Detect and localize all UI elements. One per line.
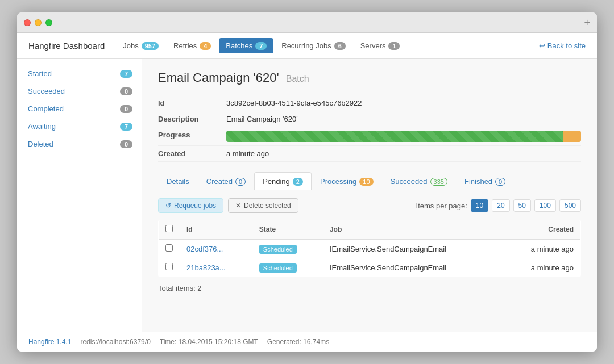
- app-window: + Hangfire Dashboard Jobs957Retries4Batc…: [17, 12, 597, 352]
- created-label: Created: [158, 149, 226, 158]
- job-name: IEmailService.SendCampaignEmail: [323, 239, 503, 258]
- sidebar-item-awaiting[interactable]: Awaiting 7: [17, 118, 142, 135]
- page-size-20[interactable]: 20: [492, 199, 509, 212]
- id-value: 3c892cef-8b03-4511-9cfa-e545c76b2922: [226, 99, 362, 107]
- tab-finished-badge: 0: [495, 178, 505, 186]
- progress-bar: [226, 131, 581, 142]
- nav-badge-servers: 1: [388, 42, 400, 50]
- description-label: Description: [158, 115, 226, 123]
- job-id-link[interactable]: 02cdf376...: [186, 245, 223, 253]
- progress-label: Progress: [158, 131, 226, 142]
- sidebar-item-label: Completed: [28, 104, 64, 113]
- info-row-progress: Progress: [158, 127, 581, 146]
- tab-finished[interactable]: Finished 0: [456, 172, 514, 190]
- sidebar-item-label: Started: [28, 69, 52, 78]
- select-all-checkbox[interactable]: [165, 225, 173, 232]
- page-size-50[interactable]: 50: [513, 199, 531, 212]
- tab-succeeded[interactable]: Succeeded 335: [382, 172, 456, 190]
- col-header-state: State: [252, 220, 323, 240]
- requeue-icon: ↺: [165, 202, 171, 210]
- page-title-text: Email Campaign '620': [158, 70, 279, 85]
- tab-succeeded-badge: 335: [430, 178, 447, 186]
- sidebar-item-deleted[interactable]: Deleted 0: [17, 135, 142, 153]
- hangfire-version-link[interactable]: Hangfire 1.4.1: [28, 338, 71, 346]
- footer-time: Time: 18.04.2015 15:20:18 GMT: [160, 338, 258, 346]
- description-value: Email Campaign '620': [226, 115, 298, 123]
- titlebar: +: [17, 12, 597, 33]
- maximize-button[interactable]: [45, 19, 52, 26]
- id-label: Id: [158, 99, 226, 107]
- window-controls: [24, 19, 52, 26]
- row-checkbox[interactable]: [165, 244, 173, 252]
- sidebar-badge-started: 7: [120, 70, 132, 78]
- sidebar-badge-completed: 0: [120, 105, 132, 113]
- nav-items: Jobs957Retries4Batches7Recurring Jobs6Se…: [116, 38, 539, 53]
- nav-item-jobs[interactable]: Jobs957: [116, 38, 165, 53]
- sidebar-item-succeeded[interactable]: Succeeded 0: [17, 82, 142, 100]
- sidebar-item-label: Succeeded: [28, 87, 65, 95]
- footer-generated: Generated: 16,74ms: [267, 338, 329, 346]
- job-created: a minute ago: [503, 258, 580, 277]
- tab-processing[interactable]: Processing 10: [312, 172, 382, 190]
- nav-item-batches[interactable]: Batches7: [219, 38, 273, 53]
- tab-details[interactable]: Details: [158, 172, 198, 190]
- requeue-label: Requeue jobs: [174, 202, 216, 210]
- tab-processing-badge: 10: [359, 178, 373, 186]
- info-table: Id 3c892cef-8b03-4511-9cfa-e545c76b2922 …: [158, 95, 581, 162]
- nav-item-servers[interactable]: Servers1: [354, 38, 407, 53]
- nav-badge-recurring: 6: [334, 42, 346, 50]
- sidebar-badge-deleted: 0: [120, 140, 132, 148]
- tab-created-label: Created: [206, 177, 233, 186]
- nav-item-retries[interactable]: Retries4: [167, 38, 218, 53]
- page-title-sub: Batch: [286, 74, 309, 83]
- total-items: Total items: 2: [158, 284, 581, 292]
- sidebar-item-label: Deleted: [28, 140, 53, 148]
- new-tab-button[interactable]: +: [584, 18, 590, 28]
- info-row-id: Id 3c892cef-8b03-4511-9cfa-e545c76b2922: [158, 95, 581, 111]
- state-badge: Scheduled: [259, 245, 297, 254]
- main-layout: Started 7 Succeeded 0 Completed 0 Awaiti…: [17, 59, 597, 332]
- tabs: Details Created 0 Pending 2 Processing 1…: [158, 172, 581, 190]
- tab-created[interactable]: Created 0: [198, 172, 254, 190]
- tab-pending-label: Pending: [263, 177, 290, 186]
- nav-item-label-recurring: Recurring Jobs: [281, 41, 331, 50]
- tab-pending[interactable]: Pending 2: [254, 172, 312, 190]
- requeue-jobs-button[interactable]: ↺ Requeue jobs: [158, 198, 223, 213]
- job-created: a minute ago: [503, 239, 580, 258]
- table-row: 21ba823a... Scheduled IEmailService.Send…: [159, 258, 581, 277]
- job-name: IEmailService.SendCampaignEmail: [323, 258, 503, 277]
- col-header-job: Job: [323, 220, 503, 240]
- state-badge: Scheduled: [259, 263, 297, 273]
- close-button[interactable]: [24, 19, 31, 26]
- row-checkbox[interactable]: [165, 263, 173, 270]
- tab-finished-label: Finished: [464, 177, 492, 186]
- nav-item-label-jobs: Jobs: [123, 41, 138, 50]
- nav-item-label-retries: Retries: [173, 41, 197, 50]
- sidebar-item-started[interactable]: Started 7: [17, 65, 142, 82]
- sidebar-item-label: Awaiting: [28, 122, 56, 131]
- table-row: 02cdf376... Scheduled IEmailService.Send…: [159, 239, 581, 258]
- nav-badge-batches: 7: [255, 42, 267, 50]
- delete-label: Delete selected: [244, 202, 291, 210]
- page-size-10[interactable]: 10: [471, 199, 488, 212]
- page-size-500[interactable]: 500: [559, 199, 581, 212]
- brand-name: Hangfire Dashboard: [28, 41, 105, 51]
- tab-succeeded-label: Succeeded: [391, 177, 428, 186]
- delete-selected-button[interactable]: ✕ Delete selected: [228, 198, 298, 213]
- page-size-100[interactable]: 100: [534, 199, 556, 212]
- tab-created-badge: 0: [235, 178, 246, 186]
- nav-item-recurring[interactable]: Recurring Jobs6: [275, 38, 352, 53]
- progress-bar-fill: [226, 131, 563, 142]
- sidebar-item-completed[interactable]: Completed 0: [17, 100, 142, 118]
- back-to-site-link[interactable]: ↩ Back to site: [539, 41, 586, 50]
- toolbar-left: ↺ Requeue jobs ✕ Delete selected: [158, 198, 298, 213]
- job-id-link[interactable]: 21ba823a...: [186, 263, 226, 272]
- pagination-controls: Items per page: 10 20 50 100 500: [416, 199, 581, 212]
- items-per-page-label: Items per page:: [416, 202, 467, 210]
- minimize-button[interactable]: [35, 19, 42, 26]
- nav-item-label-servers: Servers: [360, 41, 386, 50]
- back-icon: ↩: [539, 41, 545, 50]
- nav-badge-jobs: 957: [142, 42, 159, 50]
- nav-item-label-batches: Batches: [226, 41, 252, 50]
- sidebar-badge-succeeded: 0: [120, 87, 132, 95]
